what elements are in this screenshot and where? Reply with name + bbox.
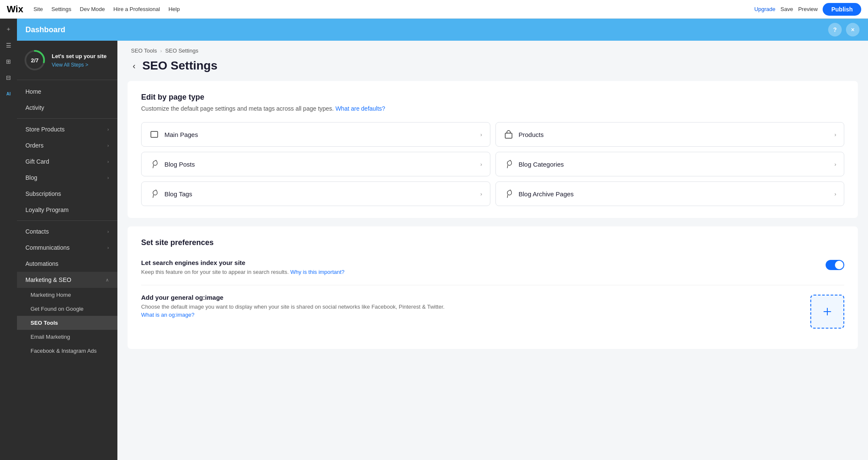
publish-button[interactable]: Publish: [823, 3, 861, 16]
nav-hire[interactable]: Hire a Professional: [114, 6, 160, 12]
nav-help[interactable]: Help: [168, 6, 180, 12]
top-nav: Site Settings Dev Mode Hire a Profession…: [33, 6, 754, 12]
top-actions: Upgrade Save Preview Publish: [754, 3, 861, 16]
nav-settings[interactable]: Settings: [51, 6, 71, 12]
upgrade-link[interactable]: Upgrade: [754, 6, 776, 12]
nav-site[interactable]: Site: [33, 6, 43, 12]
wix-logo: Wix: [7, 4, 23, 15]
preview-link[interactable]: Preview: [798, 6, 818, 12]
top-bar: Wix Site Settings Dev Mode Hire a Profes…: [0, 0, 868, 19]
nav-dev-mode[interactable]: Dev Mode: [80, 6, 105, 12]
save-link[interactable]: Save: [781, 6, 793, 12]
